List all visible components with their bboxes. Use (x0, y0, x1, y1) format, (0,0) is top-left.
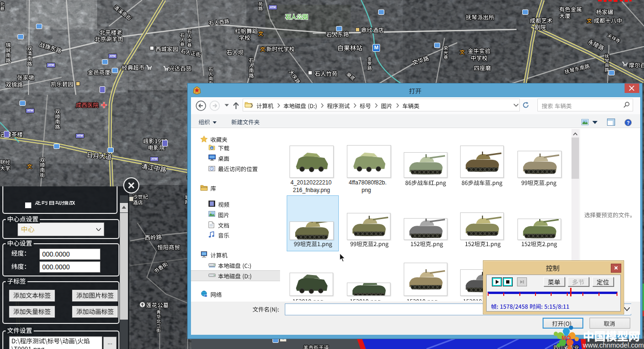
svg-text:?: ? (626, 120, 629, 126)
svg-text:MO: MO (562, 335, 571, 341)
